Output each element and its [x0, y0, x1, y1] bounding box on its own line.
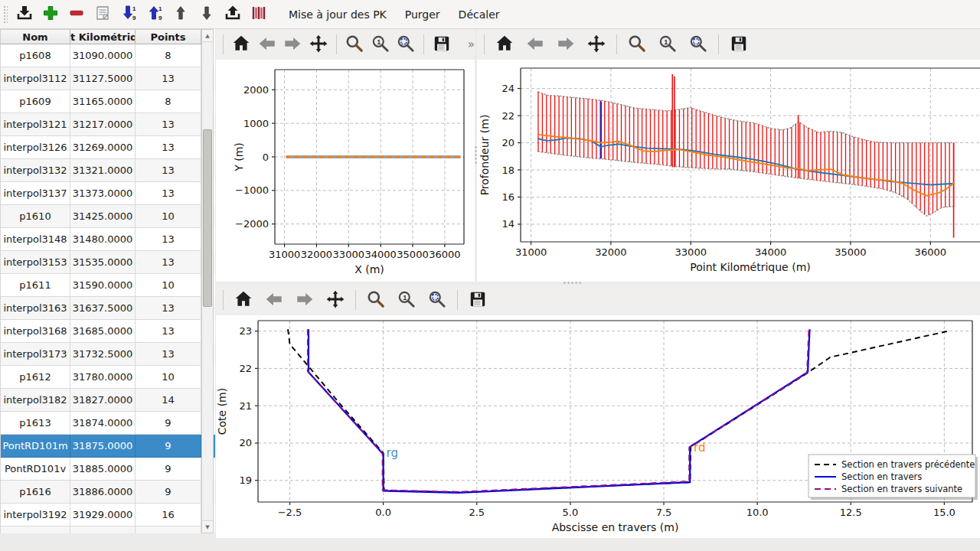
table-row[interactable]: interpol313731373.000013: [1, 182, 215, 205]
move-down-button[interactable]: [194, 2, 219, 27]
horizontal-splitter-grip[interactable]: [563, 281, 583, 285]
table-row[interactable]: p161631886.00009: [1, 481, 215, 504]
table-row[interactable]: p160931165.00008: [1, 90, 215, 113]
sort-down-button[interactable]: 19: [116, 2, 141, 27]
table-row[interactable]: p161131590.000010: [1, 274, 215, 297]
zoom-one-button[interactable]: 1: [370, 31, 391, 57]
svg-text:33000: 33000: [333, 249, 364, 260]
toolbar-grip[interactable]: [2, 5, 8, 24]
scroll-up-button[interactable]: ▲: [202, 30, 213, 42]
zoom-button[interactable]: [344, 31, 365, 57]
home-button[interactable]: [230, 287, 256, 313]
home-button[interactable]: [492, 31, 518, 57]
column-header-nom[interactable]: Nom: [0, 29, 70, 44]
zoom-fit-icon: [427, 289, 447, 311]
save-button[interactable]: [431, 31, 452, 57]
table-row[interactable]: p161031425.000010: [1, 205, 215, 228]
column-header-pk[interactable]: t Kilométrique: [70, 29, 136, 44]
cell-nom: interpol3153: [1, 251, 70, 274]
svg-text:0.0: 0.0: [375, 507, 391, 518]
save-button[interactable]: [726, 31, 752, 57]
sort-up-button[interactable]: 19: [142, 2, 167, 27]
cell-points: 8: [136, 44, 201, 67]
zoom-one-button[interactable]: 1: [655, 31, 681, 57]
toolbar-separator: [223, 34, 224, 54]
cell-nom: interpol3137: [1, 182, 70, 205]
add-button[interactable]: [38, 2, 63, 27]
zoom-fit-button[interactable]: [685, 31, 711, 57]
forward-button[interactable]: [553, 31, 579, 57]
table-row[interactable]: p160831090.00008: [1, 44, 215, 67]
cell-pk: 31874.0000: [70, 412, 136, 435]
cell-nom: [1, 527, 70, 533]
zoom-fit-button[interactable]: [424, 287, 450, 313]
table-row[interactable]: interpol319231929.000016: [1, 504, 215, 527]
table-row[interactable]: interpol311231127.500013: [1, 67, 215, 90]
table-scrollbar[interactable]: ▲ ▼: [201, 29, 214, 533]
table-row[interactable]: interpol314831480.000013: [1, 228, 215, 251]
notes-button[interactable]: [90, 2, 115, 27]
svg-text:Y (m): Y (m): [233, 142, 245, 172]
plan-view-canvas[interactable]: 310003200033000340003500036000−2000−1000…: [216, 60, 475, 282]
table-row[interactable]: PontRD101v31885.00009: [1, 458, 215, 481]
svg-text:36000: 36000: [429, 249, 460, 260]
vertical-splitter-grip[interactable]: [474, 145, 478, 165]
delete-button[interactable]: [64, 2, 89, 27]
table-row[interactable]: interpol317331732.500013: [1, 343, 215, 366]
svg-text:Section en travers suivante: Section en travers suivante: [841, 484, 962, 494]
cell-pk: 31827.0000: [70, 389, 136, 412]
cell-pk: 31535.0000: [70, 251, 136, 274]
table-row[interactable]: p161231780.000010: [1, 366, 215, 389]
forward-button[interactable]: [282, 31, 303, 57]
table-row[interactable]: interpol316331637.500013: [1, 297, 215, 320]
plan-view-panel: 1» 310003200033000340003500036000−2000−1…: [216, 29, 475, 282]
home-button[interactable]: [230, 31, 252, 57]
move-up-button[interactable]: [168, 2, 193, 27]
toolbar-overflow-chevron[interactable]: »: [468, 37, 475, 51]
back-button[interactable]: [522, 31, 548, 57]
zoom-button[interactable]: [624, 31, 650, 57]
table-row[interactable]: interpol313231321.000013: [1, 159, 215, 182]
cell-pk: 31590.0000: [70, 274, 136, 297]
table-row[interactable]: PontRD101m31875.00009: [1, 435, 215, 458]
column-header-points[interactable]: Points: [136, 29, 201, 44]
pan-button[interactable]: [583, 31, 609, 57]
table-row[interactable]: interpol318231827.000014: [1, 389, 215, 412]
save-button[interactable]: [465, 287, 491, 313]
zoom-one-icon: 1: [397, 289, 416, 311]
profile-view-canvas[interactable]: 3100032000330003400035000360001416182022…: [477, 60, 980, 282]
purge-button[interactable]: Purger: [397, 4, 448, 25]
table-row[interactable]: interpol316831685.000013: [1, 320, 215, 343]
table-row[interactable]: interpol312631269.000013: [1, 136, 215, 159]
export-button[interactable]: [220, 2, 245, 27]
document-icon: [93, 4, 112, 24]
cell-pk: 31217.0000: [70, 113, 136, 136]
cell-nom: p1610: [1, 205, 70, 228]
scroll-down-button[interactable]: ▼: [202, 520, 213, 533]
shift-button[interactable]: Décaler: [451, 4, 508, 25]
svg-text:20: 20: [501, 137, 514, 148]
update-pk-button[interactable]: Mise à jour des PK: [281, 4, 394, 25]
cell-nom: p1611: [1, 274, 70, 297]
cell-points: 13: [136, 320, 201, 343]
zoom-fit-button[interactable]: [395, 31, 416, 57]
table-row[interactable]: interpol315331535.000013: [1, 251, 215, 274]
table-row[interactable]: p161331874.00009: [1, 412, 215, 435]
table-row-empty[interactable]: [1, 527, 215, 533]
scrollbar-thumb[interactable]: [203, 129, 212, 307]
pan-button[interactable]: [322, 287, 348, 313]
cell-nom: interpol3121: [1, 113, 70, 136]
toolbar-separator: [423, 34, 424, 54]
cell-nom: interpol3148: [1, 228, 70, 251]
forward-button[interactable]: [292, 287, 318, 313]
import-button[interactable]: [12, 2, 37, 27]
pan-button[interactable]: [308, 31, 329, 57]
sections-button[interactable]: [247, 2, 271, 27]
zoom-button[interactable]: [363, 287, 389, 313]
cell-nom: p1613: [1, 412, 70, 435]
cross-section-canvas[interactable]: −2.50.02.55.07.510.012.515.01920212223Ab…: [216, 315, 980, 538]
back-button[interactable]: [261, 287, 287, 313]
table-row[interactable]: interpol312131217.000013: [1, 113, 215, 136]
zoom-one-button[interactable]: 1: [394, 287, 420, 313]
back-button[interactable]: [256, 31, 278, 57]
